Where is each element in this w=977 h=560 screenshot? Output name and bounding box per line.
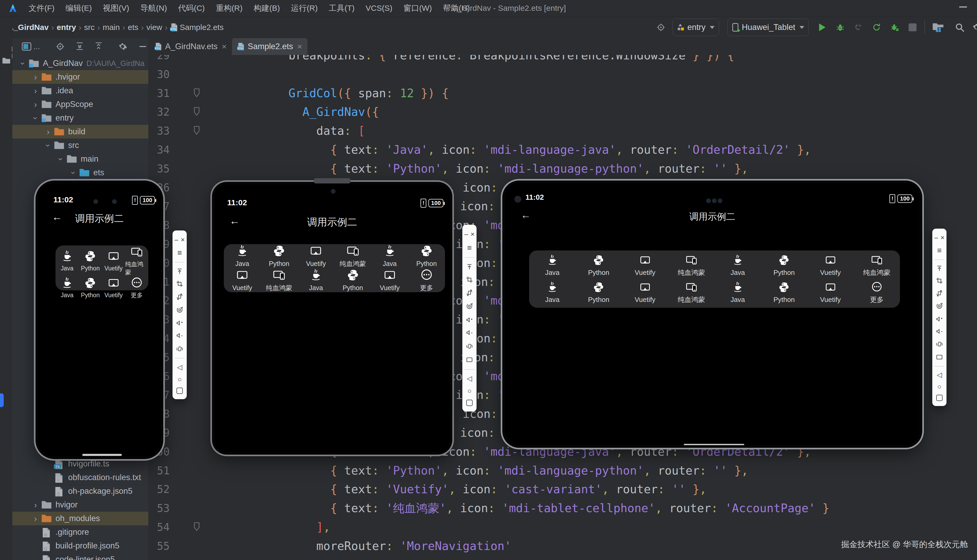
grid-nav-item-Python[interactable]: Python — [575, 254, 622, 277]
rotate-device-icon[interactable] — [172, 306, 187, 314]
tree-item-hvigor[interactable]: ›hvigor — [12, 498, 148, 512]
breadcrumb-item-src[interactable]: src — [83, 23, 96, 32]
project-view-more[interactable]: ... — [33, 42, 40, 51]
grid-nav-item-更多[interactable]: 更多 — [853, 281, 900, 304]
tree-item-.gitignore[interactable]: ⊘.gitignore — [12, 525, 148, 539]
minimize-icon[interactable]: – — [175, 236, 178, 244]
menu-item-7[interactable]: 运行(R) — [286, 0, 323, 16]
tree-item-oh_modules[interactable]: ›oh_modules — [12, 512, 148, 525]
minimize-button[interactable] — [959, 6, 967, 8]
breadcrumb-item-A_GirdNav[interactable]: A_GirdNav — [6, 23, 50, 32]
search-everywhere-icon[interactable] — [954, 22, 965, 33]
editor-tab-Sample2.ets[interactable]: ETSSample2.ets× — [232, 38, 307, 55]
breadcrumb-item-entry[interactable]: entry — [55, 23, 78, 32]
upload-icon[interactable] — [172, 268, 187, 275]
tree-item-entry[interactable]: ›entry — [12, 111, 148, 125]
crop-icon[interactable] — [462, 276, 476, 283]
breadcrumb-item-view[interactable]: view — [145, 23, 164, 32]
crop-icon[interactable] — [932, 277, 947, 284]
editor-tab-A_GirdNav.ets[interactable]: ETSA_GirdNav.ets× — [149, 38, 232, 55]
chevron-collapsed-icon[interactable]: › — [30, 500, 41, 510]
chevron-collapsed-icon[interactable]: › — [30, 86, 41, 96]
menu-item-9[interactable]: VCS(S) — [360, 0, 398, 16]
screenshot-icon[interactable] — [932, 353, 947, 361]
rotate-screen-icon[interactable] — [172, 293, 187, 301]
menu-icon[interactable]: ≡ — [172, 249, 187, 257]
rotate-device-icon[interactable] — [932, 302, 947, 310]
menu-item-4[interactable]: 代码(C) — [172, 0, 210, 16]
minimize-icon[interactable]: – — [934, 233, 938, 242]
menu-item-10[interactable]: 窗口(W) — [398, 0, 438, 16]
chevron-collapsed-icon[interactable]: › — [30, 72, 41, 82]
grid-nav-item-Java[interactable]: Java — [715, 281, 761, 304]
volume-down-icon[interactable] — [172, 332, 187, 340]
close-icon[interactable]: × — [940, 233, 944, 242]
menu-item-5[interactable]: 重构(R) — [210, 0, 248, 16]
project-folder-icon[interactable] — [2, 57, 10, 64]
close-icon[interactable]: × — [181, 236, 185, 244]
nav-back-icon[interactable]: ◁ — [172, 364, 187, 370]
tree-item-obfuscation-rules.txt[interactable]: ≡obfuscation-rules.txt — [12, 471, 148, 484]
nav-home-icon[interactable]: ○ — [172, 376, 187, 383]
menu-item-2[interactable]: 视图(V) — [97, 0, 135, 16]
menu-item-0[interactable]: 文件(F) — [23, 0, 60, 16]
grid-nav-item-Java[interactable]: Java — [529, 254, 575, 277]
tree-item-A_GirdNav[interactable]: ›A_GirdNavD:\AUI\A_GirdNa — [12, 57, 148, 70]
grid-nav-item-纯血鸿蒙[interactable]: 纯血鸿蒙 — [668, 254, 715, 277]
breadcrumb-item-ets[interactable]: ets — [126, 23, 140, 32]
grid-nav-item-Python[interactable]: Python — [261, 244, 297, 268]
grid-nav-item-Vuetify[interactable]: Vuetify — [224, 268, 261, 292]
grid-nav-item-Python[interactable]: Python — [408, 244, 445, 268]
grid-nav-item-Vuetify[interactable]: Vuetify — [622, 281, 668, 304]
rotate-screen-icon[interactable] — [932, 289, 947, 297]
grid-nav-item-Python[interactable]: Python — [78, 245, 102, 277]
nav-back-icon[interactable]: ◁ — [932, 371, 947, 378]
tree-item-AppScope[interactable]: ›AppScope — [12, 97, 148, 111]
stop-debug-button[interactable] — [890, 23, 900, 32]
tree-item-.hvigor[interactable]: ›.hvigor — [12, 70, 148, 84]
chevron-collapsed-icon[interactable]: › — [42, 127, 54, 137]
tree-item-.idea[interactable]: ›.idea — [12, 84, 148, 97]
volume-down-icon[interactable] — [462, 329, 476, 337]
debug-button[interactable] — [835, 23, 845, 32]
expand-all-icon[interactable] — [75, 42, 84, 51]
screenshot-icon[interactable] — [462, 356, 476, 364]
grid-nav-item-纯血鸿蒙[interactable]: 纯血鸿蒙 — [125, 245, 148, 277]
grid-nav-item-Java[interactable]: Java — [529, 281, 575, 304]
collapse-all-icon[interactable] — [94, 42, 103, 51]
close-icon[interactable]: × — [471, 230, 474, 238]
gutter-pin-icon[interactable] — [192, 88, 202, 98]
breadcrumb-item-Sample2.ets[interactable]: Sample2.ets — [178, 23, 225, 32]
chevron-expanded-icon[interactable]: › — [56, 153, 66, 165]
chevron-expanded-icon[interactable]: › — [68, 167, 78, 178]
rotate-screen-icon[interactable] — [462, 289, 476, 297]
module-selector[interactable]: entry — [673, 19, 719, 36]
tool-window-badge[interactable] — [0, 393, 4, 407]
grid-nav-item-Python[interactable]: Python — [575, 281, 622, 304]
device-selector[interactable]: Huawei_Tablet — [727, 19, 809, 36]
chevron-collapsed-icon[interactable]: › — [30, 514, 41, 523]
chevron-expanded-icon[interactable]: › — [31, 112, 40, 124]
menu-icon[interactable]: ≡ — [462, 244, 476, 252]
minimize-icon[interactable]: – — [464, 230, 468, 238]
menu-item-6[interactable]: 构建(B) — [248, 0, 286, 16]
gutter-pin-icon[interactable] — [192, 522, 202, 532]
tab-close-icon[interactable]: × — [222, 42, 227, 52]
device-file-browser-icon[interactable] — [932, 22, 944, 33]
crop-icon[interactable] — [172, 280, 187, 287]
menu-item-3[interactable]: 导航(N) — [135, 0, 172, 16]
nav-home-icon[interactable]: ○ — [462, 387, 476, 394]
hide-panel-icon[interactable] — [139, 46, 146, 47]
grid-nav-item-Vuetify[interactable]: Vuetify — [622, 254, 668, 277]
settings-gear-icon[interactable] — [972, 22, 977, 32]
home-indicator[interactable] — [684, 444, 744, 445]
grid-nav-item-纯血鸿蒙[interactable]: 纯血鸿蒙 — [853, 254, 900, 277]
volume-up-icon[interactable] — [172, 319, 187, 327]
grid-nav-item-Vuetify[interactable]: Vuetify — [297, 244, 334, 268]
grid-nav-item-Java[interactable]: Java — [297, 268, 334, 292]
tab-close-icon[interactable]: × — [297, 42, 302, 52]
grid-nav-item-Java[interactable]: Java — [371, 244, 408, 268]
grid-nav-item-Java[interactable]: Java — [55, 245, 78, 277]
tree-item-code-linter.json5[interactable]: {}code-linter.json5 — [12, 553, 148, 560]
run-button[interactable] — [818, 23, 827, 32]
